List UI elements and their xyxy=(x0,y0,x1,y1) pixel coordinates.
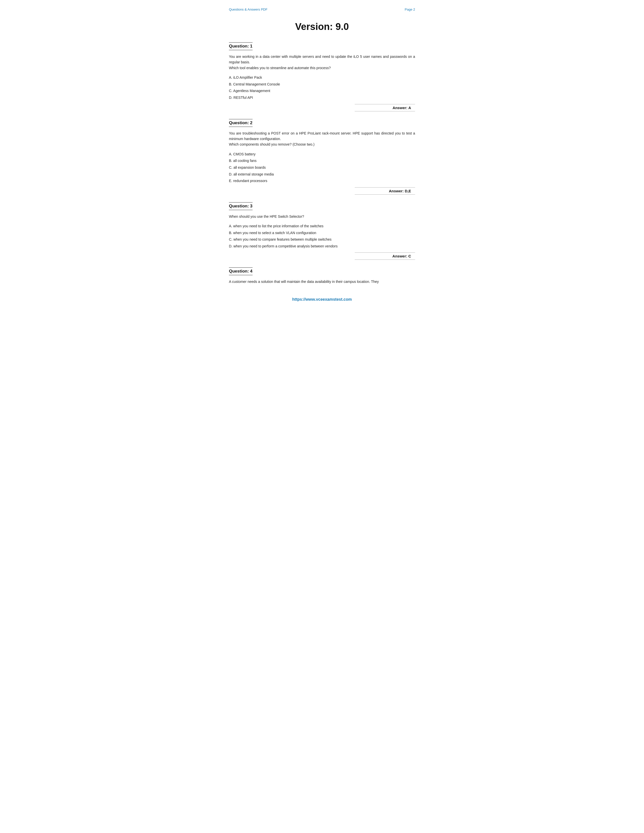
question-4-header: Question: 4 xyxy=(229,267,253,275)
option-1a: A. iLO Amplifier Pack xyxy=(229,74,415,81)
question-3-header: Question: 3 xyxy=(229,202,253,210)
option-3b: B. when you need to select a switch VLAN… xyxy=(229,230,415,236)
answer-row-2: Answer: D,E xyxy=(229,187,415,195)
question-3-text: When should you use the HPE Switch Selec… xyxy=(229,214,415,219)
option-2a: A. CMOS battery xyxy=(229,151,415,158)
option-1d: D. RESTful API xyxy=(229,94,415,101)
question-block-3: Question: 3 When should you use the HPE … xyxy=(229,202,415,260)
answer-3: Answer: C xyxy=(355,252,415,260)
question-block-4: Question: 4 A customer needs a solution … xyxy=(229,267,415,285)
question-block-1: Question: 1 You are working in a data ce… xyxy=(229,42,415,111)
answer-row-1: Answer: A xyxy=(229,104,415,111)
option-1c: C. Agentless Management xyxy=(229,87,415,94)
answer-row-3: Answer: C xyxy=(229,252,415,260)
option-2c: C. all expansion boards xyxy=(229,164,415,171)
question-3-title: Question: 3 xyxy=(229,204,253,209)
answer-1: Answer: A xyxy=(355,104,415,111)
question-1-header: Question: 1 xyxy=(229,42,253,50)
option-3d: D. when you need to perform a competitiv… xyxy=(229,243,415,250)
option-1b: B. Central Management Console xyxy=(229,81,415,88)
question-2-options: A. CMOS battery B. all cooling fans C. a… xyxy=(229,151,415,184)
question-2-text: You are troubleshooting a POST error on … xyxy=(229,130,415,147)
page: Questions & Answers PDF Page 2 Version: … xyxy=(209,0,435,317)
footer: https://www.vceexamstest.com xyxy=(229,297,415,302)
option-3a: A. when you need to list the price infor… xyxy=(229,223,415,230)
option-2b: B. all cooling fans xyxy=(229,158,415,164)
question-3-options: A. when you need to list the price infor… xyxy=(229,223,415,249)
question-4-title: Question: 4 xyxy=(229,269,253,274)
version-title: Version: 9.0 xyxy=(229,21,415,32)
option-3c: C. when you need to compare features bet… xyxy=(229,236,415,243)
question-1-text: You are working in a data center with mu… xyxy=(229,54,415,71)
question-1-title: Question: 1 xyxy=(229,44,253,49)
question-4-text: A customer needs a solution that will ma… xyxy=(229,279,415,285)
option-2e: E. redundant processors xyxy=(229,177,415,184)
header-right-label: Page 2 xyxy=(405,8,415,11)
page-header: Questions & Answers PDF Page 2 xyxy=(229,8,415,11)
question-1-options: A. iLO Amplifier Pack B. Central Managem… xyxy=(229,74,415,101)
question-2-header: Question: 2 xyxy=(229,119,253,127)
header-left-label: Questions & Answers PDF xyxy=(229,8,267,11)
footer-url: https://www.vceexamstest.com xyxy=(292,297,352,301)
answer-2: Answer: D,E xyxy=(355,187,415,195)
question-2-title: Question: 2 xyxy=(229,121,253,125)
question-block-2: Question: 2 You are troubleshooting a PO… xyxy=(229,119,415,195)
option-2d: D. all external storage media xyxy=(229,171,415,178)
